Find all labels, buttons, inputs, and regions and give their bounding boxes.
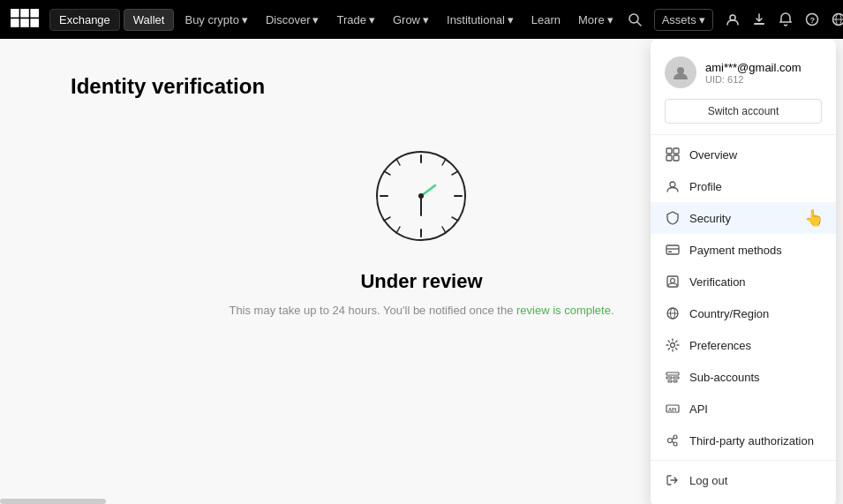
divider-2 <box>651 460 836 461</box>
svg-line-26 <box>442 227 446 233</box>
menu-item-thirdparty[interactable]: Third-party authorization <box>651 425 836 456</box>
svg-line-21 <box>396 159 400 165</box>
svg-point-8 <box>730 15 735 20</box>
menu-item-overview[interactable]: Overview <box>651 139 836 170</box>
svg-point-53 <box>668 439 673 443</box>
svg-rect-0 <box>11 9 19 18</box>
review-link[interactable]: review is complete. <box>516 304 614 317</box>
profile-icon <box>665 178 681 194</box>
switch-account-button[interactable]: Switch account <box>665 99 822 124</box>
navbar: Exchange Wallet Buy crypto▾ Discover▾ Tr… <box>0 0 843 39</box>
svg-rect-33 <box>674 148 679 154</box>
thirdparty-label: Third-party authorization <box>689 434 814 448</box>
svg-point-55 <box>674 442 677 446</box>
logout-label: Log out <box>689 474 727 487</box>
svg-rect-2 <box>30 9 39 18</box>
dropdown-user-info: ami***@gmail.com UID: 612 <box>651 49 836 99</box>
svg-line-57 <box>673 441 674 443</box>
globe-icon[interactable] <box>832 12 843 26</box>
verification-icon <box>665 274 681 290</box>
help-icon[interactable]: ? <box>805 12 819 26</box>
menu-item-verification[interactable]: Verification <box>651 266 836 297</box>
svg-line-23 <box>384 171 390 175</box>
svg-rect-50 <box>674 380 677 382</box>
bell-icon[interactable] <box>779 12 793 26</box>
svg-line-56 <box>673 439 674 440</box>
verification-label: Verification <box>689 275 746 289</box>
svg-rect-35 <box>674 155 679 161</box>
menu-item-country[interactable]: Country/Region <box>651 297 836 329</box>
svg-text:?: ? <box>809 16 815 25</box>
clock-illustration <box>368 143 474 249</box>
svg-rect-40 <box>667 276 678 287</box>
payment-label: Payment methods <box>689 244 782 257</box>
overview-label: Overview <box>689 148 737 162</box>
svg-rect-39 <box>668 252 672 253</box>
user-dropdown: ami***@gmail.com UID: 612 Switch account… <box>651 39 836 504</box>
divider <box>651 134 836 135</box>
under-review-description: This may take up to 24 hours. You'll be … <box>229 304 613 317</box>
preferences-icon <box>665 337 681 353</box>
user-email: ami***@gmail.com <box>705 61 802 74</box>
svg-point-36 <box>670 182 675 187</box>
under-review-heading: Under review <box>360 270 482 293</box>
trade-menu[interactable]: Trade▾ <box>329 10 381 30</box>
assets-button[interactable]: Assets▾ <box>654 9 713 31</box>
svg-line-7 <box>637 22 641 26</box>
svg-rect-49 <box>668 380 672 382</box>
api-label: API <box>689 402 708 416</box>
svg-rect-34 <box>666 155 672 161</box>
menu-item-payment[interactable]: Payment methods <box>651 234 836 266</box>
subaccounts-label: Sub-accounts <box>689 371 760 384</box>
user-icon[interactable] <box>726 12 740 26</box>
svg-rect-5 <box>30 19 39 27</box>
svg-line-20 <box>442 159 446 165</box>
learn-menu[interactable]: Learn <box>524 10 568 30</box>
security-label: Security <box>689 212 731 225</box>
under-review-section: Under review This may take up to 24 hour… <box>229 143 613 317</box>
grow-menu[interactable]: Grow▾ <box>386 10 436 30</box>
wallet-tab[interactable]: Wallet <box>124 9 175 31</box>
overview-icon <box>665 147 681 162</box>
svg-point-30 <box>418 193 424 199</box>
user-uid: UID: 612 <box>705 74 802 85</box>
scrollbar[interactable] <box>0 499 106 504</box>
nav-icons: Assets▾ ? <box>628 9 843 31</box>
cursor-pointer: 👆 <box>804 208 824 228</box>
svg-point-31 <box>677 67 684 74</box>
svg-rect-37 <box>666 245 679 254</box>
svg-line-25 <box>384 217 390 221</box>
thirdparty-icon <box>665 433 681 448</box>
security-icon <box>665 210 681 226</box>
svg-rect-48 <box>674 377 679 379</box>
user-info: ami***@gmail.com UID: 612 <box>705 61 802 85</box>
exchange-tab[interactable]: Exchange <box>49 9 120 31</box>
menu-item-api[interactable]: API API <box>651 393 836 425</box>
menu-item-preferences[interactable]: Preferences <box>651 329 836 361</box>
country-label: Country/Region <box>689 307 769 320</box>
menu-item-logout[interactable]: Log out <box>651 464 836 496</box>
logo[interactable] <box>11 9 39 30</box>
page-title: Identity verification <box>71 74 265 99</box>
profile-label: Profile <box>689 180 722 193</box>
svg-line-22 <box>452 171 458 175</box>
menu-item-subaccounts[interactable]: Sub-accounts <box>651 361 836 393</box>
institutional-menu[interactable]: Institutional▾ <box>440 10 521 30</box>
discover-menu[interactable]: Discover▾ <box>259 10 327 30</box>
svg-point-45 <box>671 343 675 348</box>
svg-text:API: API <box>668 407 677 412</box>
menu-item-profile[interactable]: Profile <box>651 170 836 202</box>
search-icon[interactable] <box>628 12 642 26</box>
api-icon: API <box>665 401 681 417</box>
menu-item-security[interactable]: Security 👆 <box>651 202 836 234</box>
more-menu[interactable]: More▾ <box>571 10 621 30</box>
svg-rect-47 <box>666 377 672 379</box>
svg-line-27 <box>396 227 400 233</box>
svg-rect-3 <box>11 19 19 27</box>
logout-icon <box>665 472 681 488</box>
download-icon[interactable] <box>752 12 766 26</box>
svg-point-54 <box>674 435 677 439</box>
buy-crypto-menu[interactable]: Buy crypto▾ <box>177 10 254 30</box>
svg-rect-32 <box>666 148 672 154</box>
payment-icon <box>665 242 681 258</box>
